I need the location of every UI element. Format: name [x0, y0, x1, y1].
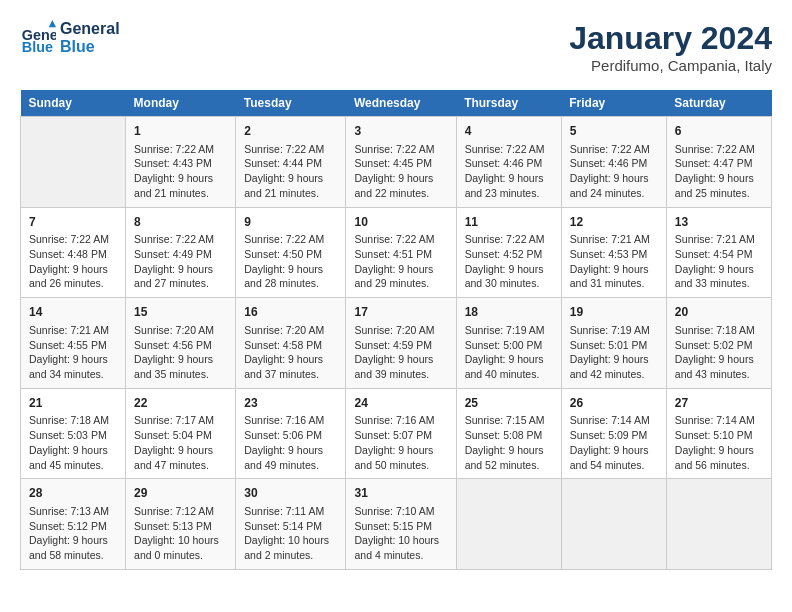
day-number: 28 — [29, 485, 117, 502]
day-info: Sunrise: 7:21 AMSunset: 4:53 PMDaylight:… — [570, 232, 658, 291]
day-number: 22 — [134, 395, 227, 412]
day-info: Sunrise: 7:19 AMSunset: 5:00 PMDaylight:… — [465, 323, 553, 382]
day-cell: 22Sunrise: 7:17 AMSunset: 5:04 PMDayligh… — [126, 388, 236, 479]
day-info: Sunrise: 7:22 AMSunset: 4:45 PMDaylight:… — [354, 142, 447, 201]
day-info: Sunrise: 7:20 AMSunset: 4:58 PMDaylight:… — [244, 323, 337, 382]
day-cell: 17Sunrise: 7:20 AMSunset: 4:59 PMDayligh… — [346, 298, 456, 389]
day-number: 27 — [675, 395, 763, 412]
logo-icon: General Blue — [20, 20, 56, 56]
day-info: Sunrise: 7:22 AMSunset: 4:52 PMDaylight:… — [465, 232, 553, 291]
day-info: Sunrise: 7:22 AMSunset: 4:47 PMDaylight:… — [675, 142, 763, 201]
day-cell: 7Sunrise: 7:22 AMSunset: 4:48 PMDaylight… — [21, 207, 126, 298]
col-header-friday: Friday — [561, 90, 666, 117]
day-cell: 27Sunrise: 7:14 AMSunset: 5:10 PMDayligh… — [666, 388, 771, 479]
col-header-thursday: Thursday — [456, 90, 561, 117]
page-header: General Blue General Blue January 2024 P… — [20, 20, 772, 74]
col-header-saturday: Saturday — [666, 90, 771, 117]
day-cell — [561, 479, 666, 570]
week-row-4: 21Sunrise: 7:18 AMSunset: 5:03 PMDayligh… — [21, 388, 772, 479]
day-info: Sunrise: 7:22 AMSunset: 4:49 PMDaylight:… — [134, 232, 227, 291]
col-header-wednesday: Wednesday — [346, 90, 456, 117]
day-number: 5 — [570, 123, 658, 140]
svg-text:Blue: Blue — [22, 39, 53, 55]
day-number: 21 — [29, 395, 117, 412]
day-cell — [21, 117, 126, 208]
day-info: Sunrise: 7:20 AMSunset: 4:59 PMDaylight:… — [354, 323, 447, 382]
day-info: Sunrise: 7:17 AMSunset: 5:04 PMDaylight:… — [134, 413, 227, 472]
day-cell: 15Sunrise: 7:20 AMSunset: 4:56 PMDayligh… — [126, 298, 236, 389]
day-info: Sunrise: 7:14 AMSunset: 5:09 PMDaylight:… — [570, 413, 658, 472]
day-number: 9 — [244, 214, 337, 231]
day-number: 23 — [244, 395, 337, 412]
day-cell: 16Sunrise: 7:20 AMSunset: 4:58 PMDayligh… — [236, 298, 346, 389]
day-cell — [456, 479, 561, 570]
day-info: Sunrise: 7:22 AMSunset: 4:46 PMDaylight:… — [570, 142, 658, 201]
day-number: 12 — [570, 214, 658, 231]
logo-line1: General — [60, 20, 120, 38]
day-info: Sunrise: 7:12 AMSunset: 5:13 PMDaylight:… — [134, 504, 227, 563]
day-number: 13 — [675, 214, 763, 231]
day-number: 17 — [354, 304, 447, 321]
day-number: 19 — [570, 304, 658, 321]
day-info: Sunrise: 7:16 AMSunset: 5:07 PMDaylight:… — [354, 413, 447, 472]
header-row: SundayMondayTuesdayWednesdayThursdayFrid… — [21, 90, 772, 117]
day-number: 26 — [570, 395, 658, 412]
day-cell: 6Sunrise: 7:22 AMSunset: 4:47 PMDaylight… — [666, 117, 771, 208]
day-cell: 30Sunrise: 7:11 AMSunset: 5:14 PMDayligh… — [236, 479, 346, 570]
day-cell: 21Sunrise: 7:18 AMSunset: 5:03 PMDayligh… — [21, 388, 126, 479]
title-block: January 2024 Perdifumo, Campania, Italy — [569, 20, 772, 74]
day-number: 6 — [675, 123, 763, 140]
day-number: 2 — [244, 123, 337, 140]
calendar-header: SundayMondayTuesdayWednesdayThursdayFrid… — [21, 90, 772, 117]
day-number: 15 — [134, 304, 227, 321]
day-cell: 28Sunrise: 7:13 AMSunset: 5:12 PMDayligh… — [21, 479, 126, 570]
day-cell: 25Sunrise: 7:15 AMSunset: 5:08 PMDayligh… — [456, 388, 561, 479]
day-info: Sunrise: 7:22 AMSunset: 4:43 PMDaylight:… — [134, 142, 227, 201]
day-number: 31 — [354, 485, 447, 502]
day-cell: 11Sunrise: 7:22 AMSunset: 4:52 PMDayligh… — [456, 207, 561, 298]
day-info: Sunrise: 7:22 AMSunset: 4:51 PMDaylight:… — [354, 232, 447, 291]
day-info: Sunrise: 7:21 AMSunset: 4:54 PMDaylight:… — [675, 232, 763, 291]
day-number: 14 — [29, 304, 117, 321]
day-info: Sunrise: 7:20 AMSunset: 4:56 PMDaylight:… — [134, 323, 227, 382]
day-cell: 9Sunrise: 7:22 AMSunset: 4:50 PMDaylight… — [236, 207, 346, 298]
day-info: Sunrise: 7:22 AMSunset: 4:46 PMDaylight:… — [465, 142, 553, 201]
col-header-monday: Monday — [126, 90, 236, 117]
day-cell: 5Sunrise: 7:22 AMSunset: 4:46 PMDaylight… — [561, 117, 666, 208]
day-number: 25 — [465, 395, 553, 412]
calendar-body: 1Sunrise: 7:22 AMSunset: 4:43 PMDaylight… — [21, 117, 772, 570]
day-info: Sunrise: 7:11 AMSunset: 5:14 PMDaylight:… — [244, 504, 337, 563]
col-header-sunday: Sunday — [21, 90, 126, 117]
logo: General Blue General Blue — [20, 20, 120, 56]
day-info: Sunrise: 7:19 AMSunset: 5:01 PMDaylight:… — [570, 323, 658, 382]
day-info: Sunrise: 7:22 AMSunset: 4:44 PMDaylight:… — [244, 142, 337, 201]
week-row-1: 1Sunrise: 7:22 AMSunset: 4:43 PMDaylight… — [21, 117, 772, 208]
day-cell: 24Sunrise: 7:16 AMSunset: 5:07 PMDayligh… — [346, 388, 456, 479]
day-cell: 18Sunrise: 7:19 AMSunset: 5:00 PMDayligh… — [456, 298, 561, 389]
day-info: Sunrise: 7:13 AMSunset: 5:12 PMDaylight:… — [29, 504, 117, 563]
main-title: January 2024 — [569, 20, 772, 57]
day-number: 29 — [134, 485, 227, 502]
day-number: 18 — [465, 304, 553, 321]
day-number: 3 — [354, 123, 447, 140]
day-number: 7 — [29, 214, 117, 231]
day-number: 11 — [465, 214, 553, 231]
day-number: 16 — [244, 304, 337, 321]
day-number: 24 — [354, 395, 447, 412]
day-cell: 13Sunrise: 7:21 AMSunset: 4:54 PMDayligh… — [666, 207, 771, 298]
day-cell: 26Sunrise: 7:14 AMSunset: 5:09 PMDayligh… — [561, 388, 666, 479]
subtitle: Perdifumo, Campania, Italy — [569, 57, 772, 74]
day-number: 30 — [244, 485, 337, 502]
day-cell: 3Sunrise: 7:22 AMSunset: 4:45 PMDaylight… — [346, 117, 456, 208]
day-info: Sunrise: 7:14 AMSunset: 5:10 PMDaylight:… — [675, 413, 763, 472]
day-info: Sunrise: 7:18 AMSunset: 5:03 PMDaylight:… — [29, 413, 117, 472]
week-row-3: 14Sunrise: 7:21 AMSunset: 4:55 PMDayligh… — [21, 298, 772, 389]
day-info: Sunrise: 7:15 AMSunset: 5:08 PMDaylight:… — [465, 413, 553, 472]
day-number: 1 — [134, 123, 227, 140]
day-info: Sunrise: 7:10 AMSunset: 5:15 PMDaylight:… — [354, 504, 447, 563]
week-row-5: 28Sunrise: 7:13 AMSunset: 5:12 PMDayligh… — [21, 479, 772, 570]
day-number: 10 — [354, 214, 447, 231]
day-info: Sunrise: 7:18 AMSunset: 5:02 PMDaylight:… — [675, 323, 763, 382]
day-info: Sunrise: 7:22 AMSunset: 4:50 PMDaylight:… — [244, 232, 337, 291]
logo-line2: Blue — [60, 38, 120, 56]
